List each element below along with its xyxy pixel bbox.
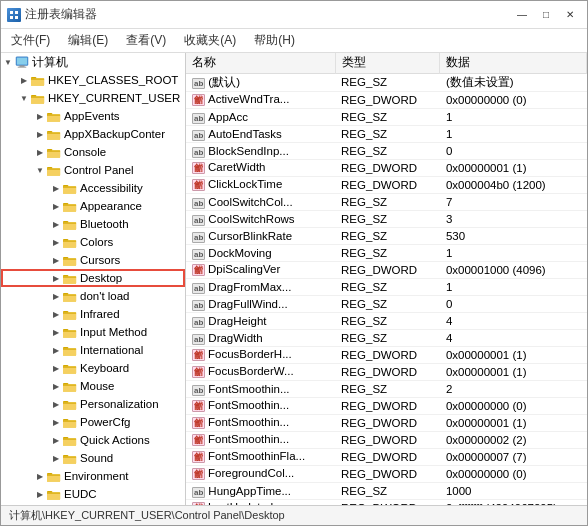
tree-node-controlpanel[interactable]: ▼ Control Panel	[1, 161, 185, 179]
table-row[interactable]: 龤FontSmoothinFla...REG_DWORD0x00000007 (…	[186, 448, 587, 465]
tree-expand-icon[interactable]: ▶	[49, 238, 63, 247]
menu-item[interactable]: 编辑(E)	[64, 30, 112, 51]
table-row[interactable]: abCoolSwitchCol...REG_SZ7	[186, 193, 587, 210]
table-row[interactable]: 龤FontSmoothin...REG_DWORD0x00000002 (2)	[186, 431, 587, 448]
table-row[interactable]: 龤FocusBorderW...REG_DWORD0x00000001 (1)	[186, 363, 587, 380]
tree-node-keyboard[interactable]: ▶ Keyboard	[1, 359, 185, 377]
svg-rect-41	[63, 186, 76, 193]
table-row[interactable]: 龤FontSmoothin...REG_DWORD0x00000001 (1)	[186, 414, 587, 431]
table-cell-name: abCoolSwitchRows	[186, 210, 335, 227]
tree-expand-icon[interactable]: ▶	[49, 328, 63, 337]
table-row[interactable]: 龤ActiveWndTra...REG_DWORD0x00000000 (0)	[186, 91, 587, 108]
table-row[interactable]: abAppAccREG_SZ1	[186, 108, 587, 125]
tree-node-hkcu[interactable]: ▼ HKEY_CURRENT_USER	[1, 89, 185, 107]
tree-expand-icon[interactable]: ▶	[49, 418, 63, 427]
table-cell-data: 1000	[440, 482, 587, 499]
menu-item[interactable]: 帮助(H)	[250, 30, 299, 51]
menu-item[interactable]: 收藏夹(A)	[180, 30, 240, 51]
tree-node-appearance[interactable]: ▶ Appearance	[1, 197, 185, 215]
table-row[interactable]: 龤ClickLockTimeREG_DWORD0x000004b0 (1200)	[186, 176, 587, 193]
table-cell-type: REG_SZ	[335, 278, 440, 295]
tree-node-cursors[interactable]: ▶ Cursors	[1, 251, 185, 269]
tree-expand-icon[interactable]: ▶	[49, 292, 63, 301]
table-row[interactable]: 龤DpiScalingVerREG_DWORD0x00001000 (4096)	[186, 261, 587, 278]
close-button[interactable]: ✕	[559, 6, 581, 24]
tree-expand-icon[interactable]: ▼	[1, 58, 15, 67]
tree-expand-icon[interactable]: ▶	[49, 184, 63, 193]
tree-node-international[interactable]: ▶ International	[1, 341, 185, 359]
table-cell-type: REG_DWORD	[335, 261, 440, 278]
table-row[interactable]: ab(默认)REG_SZ(数值未设置)	[186, 73, 587, 91]
tree-node-console[interactable]: ▶ Console	[1, 143, 185, 161]
tree-node-hkcr[interactable]: ▶ HKEY_CLASSES_ROOT	[1, 71, 185, 89]
svg-rect-66	[63, 276, 76, 283]
svg-rect-111	[63, 438, 76, 445]
table-row[interactable]: abHungAppTime...REG_SZ1000	[186, 482, 587, 499]
tree-node-personalization[interactable]: ▶ Personalization	[1, 395, 185, 413]
tree-node-appevents[interactable]: ▶ AppEvents	[1, 107, 185, 125]
tree-node-eudc[interactable]: ▶ EUDC	[1, 485, 185, 503]
table-row[interactable]: abDragFullWind...REG_SZ0	[186, 295, 587, 312]
tree-expand-icon[interactable]: ▶	[49, 364, 63, 373]
tree-node-powercfg[interactable]: ▶ PowerCfg	[1, 413, 185, 431]
tree-expand-icon[interactable]: ▶	[17, 76, 31, 85]
table-row[interactable]: abDragFromMax...REG_SZ1	[186, 278, 587, 295]
tree-expand-icon[interactable]: ▶	[49, 436, 63, 445]
tree-expand-icon[interactable]: ▶	[49, 400, 63, 409]
table-row[interactable]: 龤FontSmoothin...REG_DWORD0x00000000 (0)	[186, 397, 587, 414]
tree-expand-icon[interactable]: ▼	[33, 166, 47, 175]
table-row[interactable]: abDragHeightREG_SZ4	[186, 312, 587, 329]
tree-expand-icon[interactable]: ▶	[49, 274, 63, 283]
tree-expand-icon[interactable]: ▶	[33, 112, 47, 121]
tree-expand-icon[interactable]: ▶	[49, 454, 63, 463]
tree-expand-icon[interactable]: ▶	[49, 346, 63, 355]
menu-item[interactable]: 文件(F)	[7, 30, 54, 51]
table-row[interactable]: abFontSmoothin...REG_SZ2	[186, 380, 587, 397]
table-row[interactable]: abCursorBlinkRateREG_SZ530	[186, 227, 587, 244]
table-row[interactable]: abBlockSendInp...REG_SZ0	[186, 142, 587, 159]
table-row[interactable]: 龤FocusBorderH...REG_DWORD0x00000001 (1)	[186, 346, 587, 363]
tree-node-mouse[interactable]: ▶ Mouse	[1, 377, 185, 395]
data-panel[interactable]: 名称类型数据 ab(默认)REG_SZ(数值未设置)龤ActiveWndTra.…	[186, 53, 587, 505]
tree-expand-icon[interactable]: ▶	[49, 220, 63, 229]
tree-panel[interactable]: ▼ 计算机▶ HKEY_CLASSES_ROOT▼ HKEY_CURRENT_U…	[1, 53, 186, 505]
tree-node-infrared[interactable]: ▶ Infrared	[1, 305, 185, 323]
tree-expand-icon[interactable]: ▶	[49, 202, 63, 211]
tree-expand-icon[interactable]: ▶	[49, 382, 63, 391]
table-row[interactable]: abDockMovingREG_SZ1	[186, 244, 587, 261]
table-cell-name: 龤FontSmoothin...	[186, 397, 335, 414]
table-column-header: 名称	[186, 53, 335, 73]
menu-item[interactable]: 查看(V)	[122, 30, 170, 51]
tree-node-dontload[interactable]: ▶ don't load	[1, 287, 185, 305]
table-row[interactable]: abCoolSwitchRowsREG_SZ3	[186, 210, 587, 227]
tree-node-sound[interactable]: ▶ Sound	[1, 449, 185, 467]
tree-expand-icon[interactable]: ▶	[33, 490, 47, 499]
tree-node-accessibility[interactable]: ▶ Accessibility	[1, 179, 185, 197]
tree-node-appbackup[interactable]: ▶ AppXBackupConter	[1, 125, 185, 143]
tree-node-inputmethod[interactable]: ▶ Input Method	[1, 323, 185, 341]
table-cell-data: 2	[440, 380, 587, 397]
table-cell-type: REG_SZ	[335, 193, 440, 210]
tree-expand-icon[interactable]: ▶	[49, 310, 63, 319]
svg-rect-16	[31, 96, 44, 103]
table-cell-data: 0x00000001 (1)	[440, 414, 587, 431]
table-row[interactable]: 龤CaretWidthREG_DWORD0x00000001 (1)	[186, 159, 587, 176]
tree-node-environment[interactable]: ▶ Environment	[1, 467, 185, 485]
table-row[interactable]: 龤ForegroundCol...REG_DWORD0x00000000 (0)	[186, 465, 587, 482]
tree-node-quickactions[interactable]: ▶ Quick Actions	[1, 431, 185, 449]
tree-node-desktop[interactable]: ▶ Desktop	[1, 269, 185, 287]
tree-expand-icon[interactable]: ▶	[49, 256, 63, 265]
maximize-button[interactable]: □	[535, 6, 557, 24]
tree-expand-icon[interactable]: ▼	[17, 94, 31, 103]
tree-node-colors[interactable]: ▶ Colors	[1, 233, 185, 251]
tree-expand-icon[interactable]: ▶	[33, 130, 47, 139]
table-row[interactable]: abDragWidthREG_SZ4	[186, 329, 587, 346]
tree-node-computer[interactable]: ▼ 计算机	[1, 53, 185, 71]
tree-expand-icon[interactable]: ▶	[33, 472, 47, 481]
tree-expand-icon[interactable]: ▶	[33, 148, 47, 157]
table-cell-type: REG_DWORD	[335, 448, 440, 465]
table-row[interactable]: abAutoEndTasksREG_SZ1	[186, 125, 587, 142]
tree-node-bluetooth[interactable]: ▶ Bluetooth	[1, 215, 185, 233]
svg-rect-7	[18, 67, 27, 68]
minimize-button[interactable]: —	[511, 6, 533, 24]
